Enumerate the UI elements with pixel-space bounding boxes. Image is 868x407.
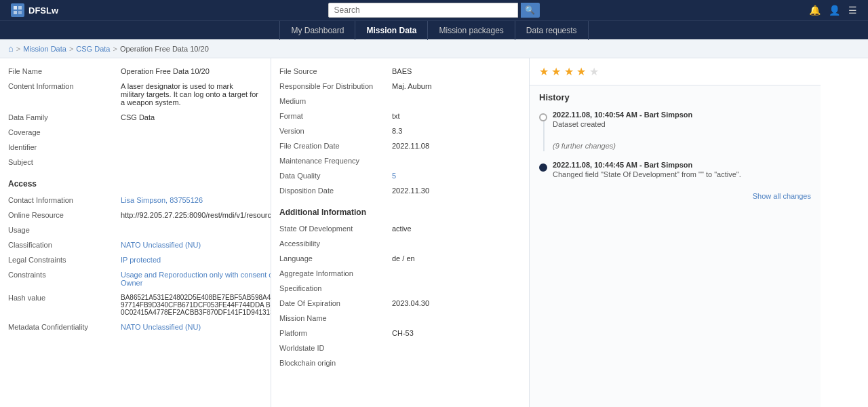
label-aggregate: Aggregate Information — [279, 266, 388, 281]
history-panel: History 2022.11.08, 10:40:54 AM - Bart S… — [530, 85, 821, 407]
value-hash: BA86521A531E24802D5E408BE7EBF5AB598A487E… — [117, 290, 271, 319]
value-subject — [117, 155, 262, 170]
history-item-1: 2022.11.08, 10:40:54 AM - Bart Simpson D… — [553, 111, 811, 128]
history-title: History — [539, 92, 811, 102]
value-state-dev: active — [388, 221, 521, 236]
label-platform: Platform — [279, 326, 388, 341]
menu-icon[interactable]: ☰ — [848, 5, 857, 16]
history-dot-1 — [539, 113, 547, 121]
show-all-changes-link[interactable]: Show all changes — [539, 192, 811, 200]
label-responsible: Responsible For Distribution — [279, 79, 388, 94]
value-online-resource: http://92.205.27.225:8090/rest/mdi/v1/re… — [117, 208, 271, 222]
star-3[interactable]: ★ — [564, 66, 574, 77]
label-classification: Classification — [8, 237, 117, 252]
svg-rect-1 — [18, 6, 22, 9]
value-format: txt — [388, 109, 521, 123]
label-identifier: Identifier — [8, 140, 117, 155]
star-4[interactable]: ★ — [576, 66, 586, 77]
top-right-icons: 🔔 👤 ☰ — [809, 5, 857, 16]
history-date-2: 2022.11.08, 10:44:45 AM - Bart Simpson — [553, 161, 811, 169]
breadcrumb-mission-data[interactable]: Mission Data — [23, 45, 66, 53]
label-content-info: Content Information — [8, 79, 117, 110]
label-mission-name: Mission Name — [279, 311, 388, 326]
value-accessibility — [388, 236, 521, 251]
nav-mission-data[interactable]: Mission Data — [355, 21, 428, 40]
value-specification — [388, 281, 521, 296]
value-file-name: Operation Free Data 10/20 — [117, 64, 262, 79]
label-legal-constraints: Legal Constraints — [8, 252, 117, 267]
top-bar: DFSLw 🔍 🔔 👤 ☰ — [0, 0, 868, 20]
value-data-family: CSG Data — [117, 110, 262, 125]
value-expiration: 2023.04.30 — [388, 296, 521, 311]
label-file-creation: File Creation Date — [279, 138, 388, 153]
user-icon[interactable]: 👤 — [829, 5, 840, 16]
main-content: File Name Operation Free Data 10/20 Cont… — [0, 58, 868, 407]
label-blockchain: Blockchain origin — [279, 355, 388, 370]
breadcrumb-sep-2: > — [69, 45, 73, 53]
value-maintenance — [388, 153, 521, 168]
logo: DFSLw — [11, 3, 58, 17]
label-metadata-conf: Metadata Confidentiality — [8, 319, 117, 334]
access-section: Access Contact Information Lisa Simpson,… — [8, 172, 262, 334]
value-metadata-conf[interactable]: NATO Unclassified (NU) — [117, 319, 271, 334]
label-data-family: Data Family — [8, 110, 117, 125]
value-responsible: Maj. Auburn — [388, 79, 521, 94]
history-desc-2: Changed field "State Of Development" fro… — [553, 170, 811, 178]
label-accessibility: Accessibility — [279, 236, 388, 251]
label-version: Version — [279, 123, 388, 138]
label-file-source: File Source — [279, 64, 388, 79]
nav-my-dashboard[interactable]: My Dashboard — [279, 21, 355, 40]
star-5[interactable]: ★ — [589, 66, 599, 77]
home-icon[interactable]: ⌂ — [8, 43, 14, 54]
value-mission-name — [388, 311, 521, 326]
nav-data-requests[interactable]: Data requests — [515, 21, 589, 40]
breadcrumb: ⌂ > Mission Data > CSG Data > Operation … — [0, 39, 868, 58]
label-hash: Hash value — [8, 290, 117, 319]
additional-heading: Additional Information — [279, 201, 521, 221]
label-coverage: Coverage — [8, 125, 117, 140]
label-file-name: File Name — [8, 64, 117, 79]
label-worldstate: Worldstate ID — [279, 341, 388, 355]
value-legal-constraints[interactable]: IP protected — [117, 252, 271, 267]
value-platform: CH-53 — [388, 326, 521, 341]
label-state-dev: State Of Development — [279, 221, 388, 236]
value-data-quality[interactable]: 5 — [388, 168, 521, 183]
rating-area: ★ ★ ★ ★ ★ — [530, 58, 821, 85]
svg-rect-2 — [14, 11, 17, 14]
star-rating[interactable]: ★ ★ ★ ★ ★ — [539, 65, 811, 78]
value-classification[interactable]: NATO Unclassified (NU) — [117, 237, 271, 252]
logo-icon — [11, 3, 24, 17]
breadcrumb-sep-1: > — [16, 45, 20, 53]
center-column: File Source BAES Responsible For Distrib… — [271, 58, 529, 407]
search-button[interactable]: 🔍 — [521, 3, 540, 18]
star-1[interactable]: ★ — [539, 66, 549, 77]
value-contact[interactable]: Lisa Simpson, 83755126 — [117, 193, 271, 208]
search-bar: 🔍 — [328, 3, 540, 18]
history-date-1: 2022.11.08, 10:40:54 AM - Bart Simpson — [553, 111, 811, 119]
breadcrumb-current: Operation Free Data 10/20 — [120, 45, 209, 53]
nav-mission-packages[interactable]: Mission packages — [428, 21, 515, 40]
value-file-source: BAES — [388, 64, 521, 79]
label-usage: Usage — [8, 222, 117, 237]
value-constraints[interactable]: Usage and Reporoduction only with consen… — [117, 267, 271, 290]
label-data-quality: Data Quality — [279, 168, 388, 183]
label-specification: Specification — [279, 281, 388, 296]
value-medium — [388, 94, 521, 109]
label-language: Language — [279, 251, 388, 266]
label-constraints: Constraints — [8, 267, 117, 290]
label-expiration: Date Of Expiration — [279, 296, 388, 311]
bell-icon[interactable]: 🔔 — [809, 5, 821, 16]
svg-rect-3 — [18, 11, 22, 14]
breadcrumb-csg-data[interactable]: CSG Data — [76, 45, 110, 53]
right-panel: ★ ★ ★ ★ ★ History 2022.11.08, 10:40:54 A… — [529, 58, 821, 407]
file-info-section: File Name Operation Free Data 10/20 Cont… — [8, 64, 262, 170]
value-usage — [117, 222, 271, 237]
value-file-creation: 2022.11.08 — [388, 138, 521, 153]
star-2[interactable]: ★ — [551, 66, 561, 77]
value-version: 8.3 — [388, 123, 521, 138]
history-timeline: 2022.11.08, 10:40:54 AM - Bart Simpson D… — [539, 111, 811, 178]
history-more: (9 further changes) — [553, 142, 811, 150]
search-input[interactable] — [328, 3, 518, 18]
file-source-section: File Source BAES Responsible For Distrib… — [279, 64, 521, 198]
label-medium: Medium — [279, 94, 388, 109]
